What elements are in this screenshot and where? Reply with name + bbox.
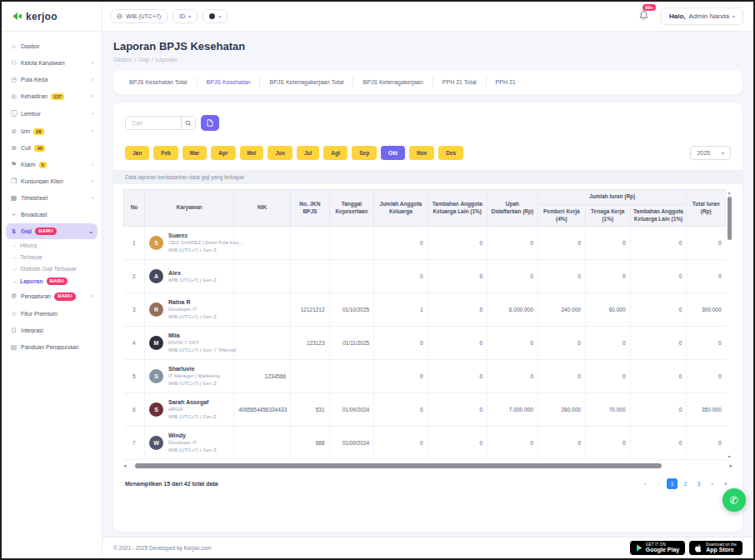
- sidebar-item-kehadiran[interactable]: ◎Kehadiran137›: [6, 88, 98, 104]
- page-nav-n8250[interactable]: ›: [707, 478, 718, 489]
- col-upah: Upah Didaftarkan (Rp): [488, 190, 538, 227]
- sidebar-item-timesheet[interactable]: ▦Timesheet›: [6, 190, 98, 206]
- sidebar-item-pengaturan[interactable]: ⚙PengaturanBARU›: [6, 288, 98, 304]
- sidebar-item-lembur[interactable]: ⓘLembur›: [6, 105, 98, 122]
- sidebar-item-fitur-premium[interactable]: ☆Fitur Premium: [6, 306, 98, 322]
- cell-tenaga-kerja: 60.000: [585, 293, 630, 327]
- page-nav-n171[interactable]: «: [640, 478, 651, 489]
- tab-bpjs-ketenagakerjaan-total[interactable]: BPJS Ketenagakerjaan Total: [260, 78, 353, 87]
- month-mei[interactable]: Mei: [240, 146, 264, 160]
- month-okt[interactable]: Okt: [381, 146, 405, 160]
- user-menu[interactable]: Halo, Admin Nanda ▾: [661, 8, 743, 25]
- bpjs-table: No Karyawan NIK No. JKN BPJS Tanggal Kep…: [123, 189, 726, 460]
- year-select[interactable]: 2025 ▾: [690, 146, 731, 160]
- employee-cell: SSuarezCEO SUAREZ | Divisi Pola Kerj...W…: [145, 227, 234, 260]
- breadcrumb-dasbor[interactable]: Dasbor: [113, 57, 132, 62]
- sidebar-subitem-terbayar[interactable]: –Terbayar: [6, 252, 98, 262]
- col-jumlah-anggota: Jumlah Anggota Keluarga: [374, 190, 428, 227]
- page-nav-n8249[interactable]: ‹: [653, 478, 664, 489]
- col-jkn: No. JKN BPJS: [291, 190, 329, 227]
- tab-bpjs-kesehatan[interactable]: BPJS Kesehatan: [198, 78, 261, 87]
- horizontal-scrollbar[interactable]: ◂ ▸: [123, 462, 732, 468]
- dollar-icon: $: [10, 228, 18, 235]
- google-play-badge[interactable]: GET IT ON Google Play: [630, 541, 685, 555]
- scroll-down-icon[interactable]: ▾: [728, 454, 730, 459]
- sidebar-item-izin[interactable]: ⊘Izin28›: [6, 123, 98, 139]
- sidebar-item-broadcast[interactable]: ⌁Broadcast: [6, 207, 98, 222]
- sidebar-item-integrasi[interactable]: ⟨⟩Integrasi: [6, 322, 98, 338]
- sidebar-subitem-hitung[interactable]: –Hitung: [6, 240, 98, 251]
- table-header: No Karyawan NIK No. JKN BPJS Tanggal Kep…: [124, 190, 726, 227]
- breadcrumb-laporan[interactable]: Laporan: [156, 57, 178, 62]
- chevron-right-icon: ›: [92, 162, 93, 168]
- play-store-icon: [636, 544, 642, 552]
- month-jun[interactable]: Jun: [268, 146, 292, 160]
- cell-tambahan-iuran: 0: [630, 427, 687, 460]
- cell-tambahan-iuran: 0: [630, 293, 687, 327]
- main-area: Laporan BPJS Kesehatan Dasbor/Gaji/Lapor…: [102, 32, 753, 558]
- breadcrumb-gaji[interactable]: Gaji: [139, 57, 149, 62]
- page-3[interactable]: 3: [693, 478, 704, 489]
- sidebar-item-kelola-karyawan[interactable]: ⚇Kelola Karyawan›: [6, 55, 98, 71]
- tab-pph-21-total[interactable]: PPH 21 Total: [433, 78, 487, 87]
- page-1[interactable]: 1: [667, 478, 678, 489]
- month-agt[interactable]: Agt: [323, 146, 348, 160]
- month-nov[interactable]: Nov: [409, 146, 434, 160]
- cell-jkn: [291, 360, 329, 393]
- scroll-left-icon[interactable]: ◂: [123, 462, 127, 468]
- tab-pph-21[interactable]: PPH 21: [487, 78, 525, 87]
- target-icon: ◎: [10, 92, 18, 100]
- vertical-scroll-thumb[interactable]: [728, 197, 732, 240]
- cell-tanggal: 01/09/2024: [329, 427, 374, 460]
- notifications-button[interactable]: 99+: [638, 9, 649, 24]
- store-badges: GET IT ON Google Play Download on the Ap…: [630, 541, 742, 555]
- month-jul[interactable]: Jul: [297, 146, 319, 160]
- language-selector[interactable]: ID ▾: [172, 9, 198, 23]
- pagination-row: Menampilkan 15 dari 42 total data «‹123›…: [125, 478, 731, 489]
- scroll-up-icon[interactable]: ▴: [728, 190, 730, 195]
- employee-role: DIVISI 7 OKT: [168, 339, 237, 346]
- month-feb[interactable]: Feb: [153, 146, 178, 160]
- export-button[interactable]: [201, 115, 219, 131]
- theme-toggle[interactable]: ▾: [202, 9, 228, 23]
- page-nav-n187[interactable]: »: [720, 478, 731, 489]
- month-jan[interactable]: Jan: [125, 146, 149, 160]
- table-row: 3RRatna RDeveloper ITWIB (UTC+7) | Gen Z…: [124, 293, 726, 327]
- sidebar-item-pola-kerja[interactable]: ◷Pola Kerja›: [6, 72, 98, 88]
- cell-jumlah-anggota: 0: [374, 260, 428, 293]
- sidebar-item-kunjungan-klien[interactable]: ❐Kunjungan Klien›: [6, 173, 98, 189]
- scroll-right-icon[interactable]: ▸: [729, 462, 732, 468]
- sidebar-item-gaji[interactable]: $GajiBARU⌄: [6, 223, 98, 239]
- sidebar-item-panduan-penggunaan[interactable]: ▤Panduan Penggunaan: [6, 339, 98, 355]
- col-karyawan: Karyawan: [145, 190, 234, 227]
- horizontal-scroll-thumb[interactable]: [135, 463, 662, 468]
- vertical-scrollbar[interactable]: ▴ ▾: [726, 189, 732, 460]
- timezone-selector[interactable]: WIB (UTC+7): [110, 9, 168, 23]
- chevron-right-icon: ›: [92, 60, 93, 66]
- cell-tambahan-iuran: 0: [630, 393, 687, 427]
- sidebar-item-label: Terbayar: [20, 254, 42, 260]
- month-des[interactable]: Des: [438, 146, 463, 160]
- tab-bpjs-kesehatan-total[interactable]: BPJS Kesehatan Total: [120, 78, 198, 87]
- sidebar-item-cuti[interactable]: ⊗Cuti46: [6, 140, 98, 156]
- app-store-badge[interactable]: Download on the App Store: [689, 541, 742, 555]
- sidebar-item-klaim[interactable]: ⚑Klaim5›: [6, 157, 98, 172]
- search-input[interactable]: [126, 117, 181, 129]
- month-mar[interactable]: Mar: [182, 146, 208, 160]
- employee-text: SharluvieIT Manager | MarketingWIB (UTC+…: [168, 366, 220, 387]
- month-apr[interactable]: Apr: [211, 146, 235, 160]
- page-2[interactable]: 2: [680, 478, 691, 489]
- sidebar-subitem-laporan[interactable]: –LaporanBARU: [6, 275, 98, 288]
- employee-name: Ratna R: [168, 299, 217, 305]
- chevron-down-icon: ▾: [732, 13, 735, 19]
- whatsapp-button[interactable]: ✆: [722, 488, 746, 512]
- sidebar-subitem-statistik-gaji-terbayar[interactable]: –Statistik Gaji Terbayar: [6, 263, 98, 274]
- sidebar-item-dasbor[interactable]: ⌂Dasbor: [6, 38, 98, 54]
- tab-bpjs-ketenagakerjaan[interactable]: BPJS Ketenagakerjaan: [353, 78, 432, 87]
- search-button[interactable]: [181, 117, 195, 129]
- employee-meta: WIB (UTC+7) | Gen Y 'Milenial': [168, 347, 237, 353]
- brand-logo[interactable]: kerjoo: [2, 2, 102, 31]
- month-sep[interactable]: Sep: [352, 146, 377, 160]
- globe-icon: [117, 13, 122, 19]
- col-group-iuran: Jumlah Iuran (Rp): [538, 190, 687, 205]
